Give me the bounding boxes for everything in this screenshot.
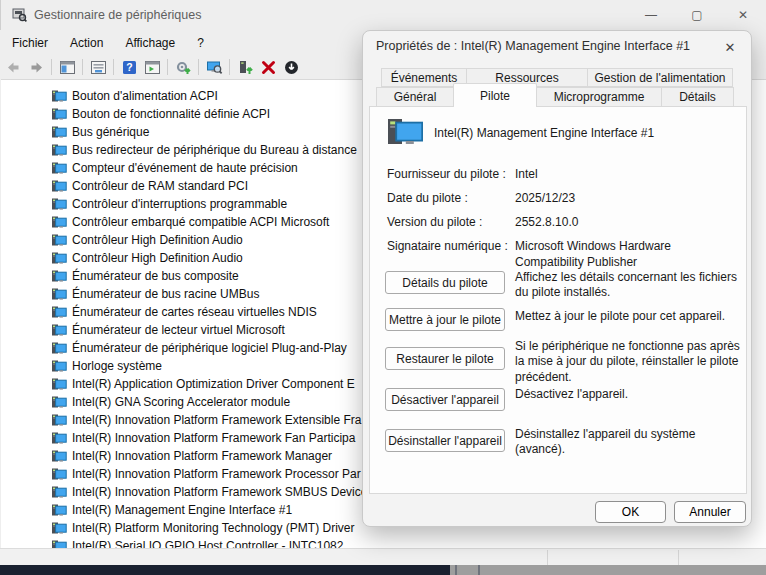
menu-help[interactable]: ?: [186, 33, 215, 53]
system-device-icon: [51, 233, 67, 247]
restaurer-pilote-button[interactable]: Restaurer le pilote: [385, 347, 505, 370]
desinstaller-appareil-button[interactable]: Désinstaller l'appareil: [385, 429, 505, 452]
scrollbar-divider: [547, 550, 548, 565]
field-label-signataire: Signataire numérique :: [387, 239, 508, 253]
system-device-icon: [51, 269, 67, 283]
system-device-icon: [51, 89, 67, 103]
menu-action[interactable]: Action: [59, 33, 114, 53]
device-name: Intel(R) Management Engine Interface #1: [434, 126, 654, 140]
disable-device-icon[interactable]: [281, 57, 301, 77]
tree-item-label: Énumérateur de bus racine UMBus: [72, 287, 259, 301]
close-icon[interactable]: ✕: [720, 0, 766, 30]
computer-search-icon[interactable]: [204, 57, 224, 77]
update-driver-icon[interactable]: [235, 57, 255, 77]
details-pilote-description: Affichez les détails concernant les fich…: [515, 270, 745, 301]
system-device-icon: [51, 287, 67, 301]
taskbar-dark-segment: [0, 565, 450, 575]
system-device-icon: [51, 197, 67, 211]
tree-item-label: Intel(R) Innovation Platform Framework S…: [72, 485, 367, 499]
system-device-icon: [51, 143, 67, 157]
tree-item-label: Énumérateur de périphérique logiciel Plu…: [72, 341, 347, 355]
desactiver-appareil-description: Désactivez l'appareil.: [515, 387, 745, 402]
system-device-icon: [51, 215, 67, 229]
tree-item-label: Compteur d'événement de haute précision: [72, 161, 298, 175]
toolbar: ?: [1, 55, 361, 79]
tree-item-label: Énumérateur de cartes réseau virtuelles …: [72, 305, 317, 319]
help-icon[interactable]: ?: [119, 57, 139, 77]
tree-item-label: Contrôleur High Definition Audio: [72, 251, 243, 265]
field-label-date: Date du pilote :: [387, 191, 468, 205]
maximize-icon[interactable]: ▢: [674, 0, 720, 30]
ok-button[interactable]: OK: [595, 501, 666, 523]
uninstall-device-icon[interactable]: [258, 57, 278, 77]
mettre-a-jour-description: Mettez à jour le pilote pour cet apparei…: [515, 309, 745, 324]
toolbar-separator: [167, 59, 168, 75]
tree-item-label: Intel(R) Innovation Platform Framework E…: [72, 413, 361, 427]
taskbar-edge: [0, 565, 766, 575]
horizontal-scrollbar[interactable]: [0, 548, 766, 565]
tree-item-label: Contrôleur d'interruptions programmable: [72, 197, 287, 211]
tree-item-label: Intel(R) GNA Scoring Accelerator module: [72, 395, 290, 409]
system-device-icon: [51, 413, 67, 427]
device-icon-large: [387, 117, 423, 150]
taskbar-divider: [478, 565, 480, 575]
system-device-icon: [51, 377, 67, 391]
tab-gestion-alimentation[interactable]: Gestion de l'alimentation: [587, 68, 733, 87]
field-value-fournisseur: Intel: [515, 167, 741, 183]
tree-item-label: Intel(R) Platform Monitoring Technology …: [72, 521, 355, 535]
tab-general[interactable]: Général: [376, 87, 454, 107]
minimize-icon[interactable]: —: [628, 0, 674, 30]
tab-details[interactable]: Détails: [661, 87, 734, 107]
pilote-tab-page: Intel(R) Management Engine Interface #1 …: [369, 106, 747, 494]
tree-item-label: Bus générique: [72, 125, 149, 139]
desactiver-appareil-button[interactable]: Désactiver l'appareil: [385, 388, 505, 411]
tree-item-label: Intel(R) Innovation Platform Framework F…: [72, 431, 355, 445]
back-icon[interactable]: [3, 57, 23, 77]
tree-item-label: Intel(R) Innovation Platform Framework P…: [72, 467, 361, 481]
system-device-icon: [51, 485, 67, 499]
menu-affichage[interactable]: Affichage: [114, 33, 186, 53]
system-device-icon: [51, 521, 67, 535]
tree-item-label: Bus redirecteur de périphérique du Burea…: [72, 143, 357, 157]
mettre-a-jour-button[interactable]: Mettre à jour le pilote: [385, 308, 505, 331]
tree-item-label: Horloge système: [72, 359, 162, 373]
tree-item-label: Énumérateur de lecteur virtuel Microsoft: [72, 323, 285, 337]
toolbar-separator: [82, 59, 83, 75]
dialog-title: Propriétés de : Intel(R) Management Engi…: [376, 39, 690, 53]
system-device-icon: [51, 431, 67, 445]
tab-pilote[interactable]: Pilote: [453, 83, 537, 107]
system-device-icon: [51, 251, 67, 265]
scrollbar-divider: [678, 550, 679, 565]
toolbar-separator: [51, 59, 52, 75]
dialog-close-icon[interactable]: ✕: [719, 36, 741, 58]
forward-icon[interactable]: [26, 57, 46, 77]
tab-microprogramme[interactable]: Microprogramme: [536, 87, 662, 107]
system-device-icon: [51, 449, 67, 463]
properties-dialog: Propriétés de : Intel(R) Management Engi…: [362, 30, 752, 527]
svg-text:?: ?: [126, 61, 132, 73]
system-device-icon: [51, 125, 67, 139]
show-console-tree-icon[interactable]: [57, 57, 77, 77]
field-value-date: 2025/12/23: [515, 191, 741, 207]
tree-item[interactable]: Intel(R) Serial IO GPIO Host Controller …: [1, 537, 766, 548]
scan-hardware-changes-icon[interactable]: [173, 57, 193, 77]
properties-icon[interactable]: [88, 57, 108, 77]
tree-item-label: Intel(R) Serial IO GPIO Host Controller …: [72, 539, 343, 548]
tree-item-label: Intel(R) Management Engine Interface #1: [72, 503, 292, 517]
system-device-icon: [51, 341, 67, 355]
show-action-pane-icon[interactable]: [142, 57, 162, 77]
system-device-icon: [51, 539, 67, 548]
tree-item-label: Intel(R) Application Optimization Driver…: [72, 377, 355, 391]
menu-fichier[interactable]: Fichier: [1, 33, 59, 53]
annuler-button[interactable]: Annuler: [674, 501, 746, 523]
tree-item-label: Intel(R) Innovation Platform Framework M…: [72, 449, 332, 463]
toolbar-separator: [198, 59, 199, 75]
field-label-fournisseur: Fournisseur du pilote :: [387, 167, 506, 181]
details-pilote-button[interactable]: Détails du pilote: [385, 271, 505, 294]
field-value-signataire: Microsoft Windows Hardware Compatibility…: [515, 239, 741, 270]
system-device-icon: [51, 161, 67, 175]
tree-item-label: Contrôleur embarqué compatible ACPI Micr…: [72, 215, 329, 229]
system-device-icon: [51, 107, 67, 121]
field-label-version: Version du pilote :: [387, 215, 482, 229]
toolbar-separator: [229, 59, 230, 75]
